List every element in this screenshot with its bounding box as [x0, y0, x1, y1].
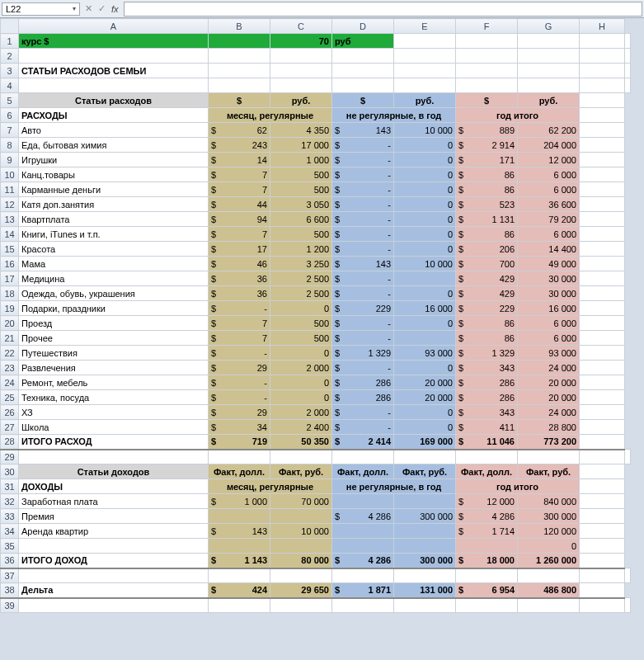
cell[interactable]: $286: [456, 375, 518, 390]
cell[interactable]: Школа: [19, 420, 209, 435]
cell[interactable]: Катя доп.занятия: [19, 197, 209, 212]
cell[interactable]: [580, 361, 625, 375]
cell[interactable]: [518, 78, 580, 93]
cell[interactable]: Прочее: [19, 331, 209, 346]
row-header-7[interactable]: 7: [1, 123, 19, 138]
cell[interactable]: $4 286: [332, 509, 394, 524]
cell[interactable]: $1 329: [456, 346, 518, 361]
cell[interactable]: 24 000: [518, 361, 580, 375]
cell[interactable]: $-: [332, 271, 394, 286]
cell[interactable]: 0: [394, 242, 456, 257]
name-box[interactable]: L22 ▾: [2, 2, 80, 16]
cell[interactable]: [580, 167, 625, 182]
cell[interactable]: $-: [332, 197, 394, 212]
cell[interactable]: [580, 34, 625, 49]
cell[interactable]: $86: [456, 227, 518, 242]
cell[interactable]: 4 350: [270, 123, 332, 138]
cell[interactable]: [332, 450, 394, 464]
cell[interactable]: $1 143: [209, 554, 270, 568]
cell[interactable]: не регулярные, в год: [332, 479, 456, 494]
cell[interactable]: [19, 598, 209, 613]
row-header-30[interactable]: 30: [1, 464, 19, 479]
cell[interactable]: $2 414: [332, 435, 394, 450]
cell[interactable]: $229: [332, 301, 394, 316]
cell[interactable]: 93 000: [394, 346, 456, 361]
cell[interactable]: [270, 450, 332, 464]
cell[interactable]: [270, 539, 332, 554]
cell[interactable]: год итого: [456, 479, 580, 494]
cell[interactable]: [19, 49, 209, 64]
cell[interactable]: [580, 509, 625, 524]
cell[interactable]: $29: [209, 405, 270, 420]
cell[interactable]: [580, 568, 625, 583]
cell[interactable]: Еда, бытовая химия: [19, 138, 209, 153]
cell[interactable]: $171: [456, 153, 518, 167]
row-header-34[interactable]: 34: [1, 524, 19, 539]
cell[interactable]: [580, 524, 625, 539]
cell[interactable]: [518, 64, 580, 78]
cell[interactable]: 62 200: [518, 123, 580, 138]
cell[interactable]: $44: [209, 197, 270, 212]
cell[interactable]: 0: [394, 227, 456, 242]
cell[interactable]: $-: [209, 375, 270, 390]
cell[interactable]: $-: [332, 138, 394, 153]
cell[interactable]: $1 131: [456, 212, 518, 227]
cell[interactable]: 0: [394, 153, 456, 167]
row-header-22[interactable]: 22: [1, 346, 19, 361]
cell[interactable]: [394, 598, 456, 613]
cell[interactable]: $-: [332, 286, 394, 301]
cell[interactable]: 6 600: [270, 212, 332, 227]
cell[interactable]: 773 200: [518, 435, 580, 450]
cell[interactable]: 29 650: [270, 583, 332, 598]
row-header-15[interactable]: 15: [1, 242, 19, 257]
cell[interactable]: 10 000: [394, 257, 456, 271]
cell[interactable]: [580, 182, 625, 197]
cell[interactable]: Статьи расходов: [19, 93, 209, 108]
cell[interactable]: [625, 49, 631, 64]
cell[interactable]: 2 500: [270, 286, 332, 301]
cell[interactable]: [625, 568, 631, 583]
cell[interactable]: $29: [209, 361, 270, 375]
cell[interactable]: $-: [332, 212, 394, 227]
cell[interactable]: 300 000: [394, 554, 456, 568]
cell[interactable]: 10 000: [394, 123, 456, 138]
cell[interactable]: [580, 598, 625, 613]
cell[interactable]: [19, 568, 209, 583]
cell[interactable]: 14 400: [518, 242, 580, 257]
cell[interactable]: 6 000: [518, 227, 580, 242]
cell[interactable]: $286: [456, 390, 518, 405]
cell[interactable]: $1 871: [332, 583, 394, 598]
cell[interactable]: [580, 153, 625, 167]
cell[interactable]: [456, 64, 518, 78]
cell[interactable]: [209, 64, 270, 78]
cell[interactable]: $523: [456, 197, 518, 212]
col-header-G[interactable]: G: [518, 19, 580, 34]
cell[interactable]: [209, 539, 270, 554]
section-title[interactable]: СТАТЬИ РАСХОДОВ СЕМЬИ: [19, 64, 209, 78]
row-header-13[interactable]: 13: [1, 212, 19, 227]
cell[interactable]: $889: [456, 123, 518, 138]
col-header-F[interactable]: F: [456, 19, 518, 34]
cell[interactable]: $46: [209, 257, 270, 271]
cell[interactable]: [580, 123, 625, 138]
cell[interactable]: Мама: [19, 257, 209, 271]
cell[interactable]: $343: [456, 361, 518, 375]
cell[interactable]: 0: [394, 167, 456, 182]
cell[interactable]: [456, 598, 518, 613]
cell[interactable]: [625, 598, 631, 613]
cell[interactable]: 0: [394, 361, 456, 375]
cell[interactable]: 20 000: [394, 390, 456, 405]
cell[interactable]: 3 250: [270, 257, 332, 271]
cell[interactable]: 12 000: [518, 153, 580, 167]
cell[interactable]: 6 000: [518, 331, 580, 346]
cell[interactable]: [456, 49, 518, 64]
cell[interactable]: 500: [270, 167, 332, 182]
row-header-37[interactable]: 37: [1, 568, 19, 583]
cell[interactable]: [332, 539, 394, 554]
cell[interactable]: Факт, долл.: [332, 464, 394, 479]
row-header-28[interactable]: 28: [1, 435, 19, 450]
cell[interactable]: 0: [394, 182, 456, 197]
row-header-25[interactable]: 25: [1, 390, 19, 405]
cell[interactable]: ИТОГО ДОХОД: [19, 554, 209, 568]
cell[interactable]: 2 000: [270, 361, 332, 375]
